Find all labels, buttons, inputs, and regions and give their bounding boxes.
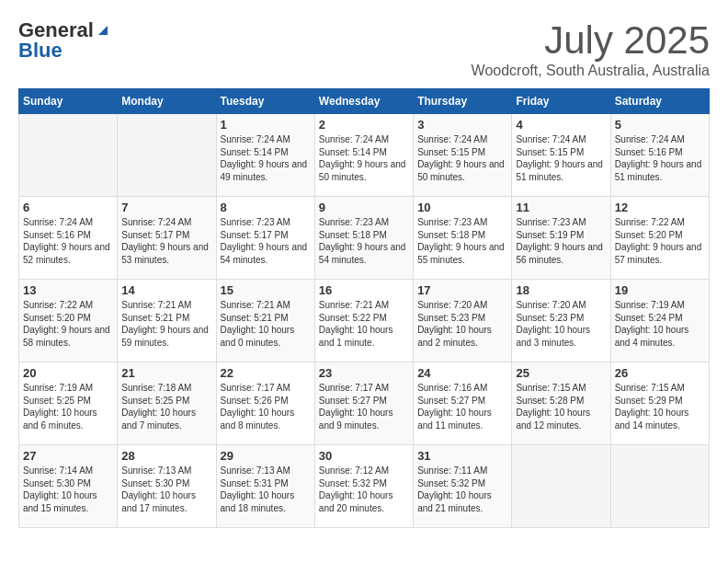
day-info: Sunrise: 7:15 AM Sunset: 5:28 PM Dayligh…: [516, 382, 606, 431]
calendar-cell: 28Sunrise: 7:13 AM Sunset: 5:30 PM Dayli…: [118, 445, 216, 528]
calendar-cell: 17Sunrise: 7:20 AM Sunset: 5:23 PM Dayli…: [414, 280, 512, 362]
calendar-cell: 11Sunrise: 7:23 AM Sunset: 5:19 PM Dayli…: [512, 197, 610, 280]
day-number: 15: [221, 283, 311, 297]
day-header-monday: Monday: [118, 89, 216, 114]
day-info: Sunrise: 7:18 AM Sunset: 5:25 PM Dayligh…: [121, 382, 211, 431]
day-info: Sunrise: 7:19 AM Sunset: 5:25 PM Dayligh…: [23, 382, 113, 431]
day-info: Sunrise: 7:20 AM Sunset: 5:23 PM Dayligh…: [516, 299, 606, 349]
calendar-cell: 20Sunrise: 7:19 AM Sunset: 5:25 PM Dayli…: [19, 362, 118, 445]
calendar-cell: [19, 114, 118, 197]
calendar-header-row: SundayMondayTuesdayWednesdayThursdayFrid…: [19, 89, 710, 114]
day-number: 21: [121, 366, 211, 380]
day-info: Sunrise: 7:20 AM Sunset: 5:23 PM Dayligh…: [417, 299, 507, 349]
calendar-cell: 1Sunrise: 7:24 AM Sunset: 5:14 PM Daylig…: [216, 114, 314, 197]
day-info: Sunrise: 7:11 AM Sunset: 5:32 PM Dayligh…: [417, 465, 507, 514]
day-info: Sunrise: 7:22 AM Sunset: 5:20 PM Dayligh…: [23, 299, 113, 349]
day-info: Sunrise: 7:13 AM Sunset: 5:30 PM Dayligh…: [121, 465, 211, 514]
week-row-4: 20Sunrise: 7:19 AM Sunset: 5:25 PM Dayli…: [19, 362, 710, 445]
calendar-cell: 25Sunrise: 7:15 AM Sunset: 5:28 PM Dayli…: [512, 362, 610, 445]
calendar-cell: 16Sunrise: 7:21 AM Sunset: 5:22 PM Dayli…: [314, 280, 413, 362]
day-info: Sunrise: 7:23 AM Sunset: 5:18 PM Dayligh…: [417, 216, 507, 266]
day-number: 5: [615, 118, 705, 132]
calendar-cell: 21Sunrise: 7:18 AM Sunset: 5:25 PM Dayli…: [118, 362, 216, 445]
day-info: Sunrise: 7:23 AM Sunset: 5:18 PM Dayligh…: [319, 216, 409, 266]
calendar-cell: [512, 445, 610, 528]
day-info: Sunrise: 7:17 AM Sunset: 5:26 PM Dayligh…: [221, 382, 311, 431]
calendar-cell: 19Sunrise: 7:19 AM Sunset: 5:24 PM Dayli…: [610, 280, 709, 362]
day-number: 25: [516, 366, 606, 380]
calendar-cell: 31Sunrise: 7:11 AM Sunset: 5:32 PM Dayli…: [414, 445, 512, 528]
svg-marker-0: [98, 26, 108, 35]
calendar-cell: 27Sunrise: 7:14 AM Sunset: 5:30 PM Dayli…: [19, 445, 118, 528]
week-row-3: 13Sunrise: 7:22 AM Sunset: 5:20 PM Dayli…: [19, 280, 710, 362]
day-number: 20: [23, 366, 113, 380]
day-number: 1: [221, 118, 311, 132]
logo: General Blue: [18, 18, 112, 63]
day-info: Sunrise: 7:21 AM Sunset: 5:21 PM Dayligh…: [221, 299, 311, 349]
calendar-cell: 6Sunrise: 7:24 AM Sunset: 5:16 PM Daylig…: [19, 197, 118, 280]
logo-blue: Blue: [18, 39, 63, 63]
logo-arrow-icon: [95, 22, 111, 39]
day-number: 11: [516, 201, 606, 214]
day-info: Sunrise: 7:24 AM Sunset: 5:16 PM Dayligh…: [615, 133, 705, 183]
day-info: Sunrise: 7:14 AM Sunset: 5:30 PM Dayligh…: [23, 465, 113, 514]
day-info: Sunrise: 7:23 AM Sunset: 5:17 PM Dayligh…: [221, 216, 311, 266]
day-info: Sunrise: 7:13 AM Sunset: 5:31 PM Dayligh…: [221, 465, 311, 514]
day-number: 19: [615, 283, 705, 297]
day-number: 8: [221, 201, 311, 214]
calendar-cell: 23Sunrise: 7:17 AM Sunset: 5:27 PM Dayli…: [314, 362, 413, 445]
calendar-cell: 8Sunrise: 7:23 AM Sunset: 5:17 PM Daylig…: [216, 197, 314, 280]
calendar-cell: 22Sunrise: 7:17 AM Sunset: 5:26 PM Dayli…: [216, 362, 314, 445]
week-row-2: 6Sunrise: 7:24 AM Sunset: 5:16 PM Daylig…: [19, 197, 710, 280]
day-header-wednesday: Wednesday: [314, 89, 413, 114]
calendar-cell: 14Sunrise: 7:21 AM Sunset: 5:21 PM Dayli…: [118, 280, 216, 362]
day-header-tuesday: Tuesday: [216, 89, 314, 114]
week-row-5: 27Sunrise: 7:14 AM Sunset: 5:30 PM Dayli…: [19, 445, 710, 528]
day-number: 13: [23, 283, 113, 297]
calendar-cell: 10Sunrise: 7:23 AM Sunset: 5:18 PM Dayli…: [414, 197, 512, 280]
day-number: 7: [121, 201, 211, 214]
calendar-cell: 7Sunrise: 7:24 AM Sunset: 5:17 PM Daylig…: [118, 197, 216, 280]
day-info: Sunrise: 7:17 AM Sunset: 5:27 PM Dayligh…: [319, 382, 409, 431]
day-number: 27: [23, 449, 113, 463]
calendar-cell: 18Sunrise: 7:20 AM Sunset: 5:23 PM Dayli…: [512, 280, 610, 362]
calendar-cell: [118, 114, 216, 197]
day-number: 22: [221, 366, 311, 380]
day-number: 14: [121, 283, 211, 297]
day-info: Sunrise: 7:24 AM Sunset: 5:14 PM Dayligh…: [319, 133, 409, 183]
location-title: Woodcroft, South Australia, Australia: [472, 63, 710, 79]
calendar-cell: 15Sunrise: 7:21 AM Sunset: 5:21 PM Dayli…: [216, 280, 314, 362]
calendar-cell: 9Sunrise: 7:23 AM Sunset: 5:18 PM Daylig…: [314, 197, 413, 280]
day-header-saturday: Saturday: [610, 89, 709, 114]
day-info: Sunrise: 7:15 AM Sunset: 5:29 PM Dayligh…: [615, 382, 705, 431]
day-info: Sunrise: 7:23 AM Sunset: 5:19 PM Dayligh…: [516, 216, 606, 266]
title-block: July 2025 Woodcroft, South Australia, Au…: [472, 18, 710, 79]
day-header-friday: Friday: [512, 89, 610, 114]
day-info: Sunrise: 7:16 AM Sunset: 5:27 PM Dayligh…: [417, 382, 507, 431]
day-number: 3: [417, 118, 507, 132]
day-number: 29: [221, 449, 311, 463]
day-number: 26: [615, 366, 705, 380]
day-number: 24: [417, 366, 507, 380]
day-number: 2: [319, 118, 409, 132]
day-info: Sunrise: 7:22 AM Sunset: 5:20 PM Dayligh…: [615, 216, 705, 266]
day-info: Sunrise: 7:24 AM Sunset: 5:14 PM Dayligh…: [221, 133, 311, 183]
day-number: 18: [516, 283, 606, 297]
calendar-body: 1Sunrise: 7:24 AM Sunset: 5:14 PM Daylig…: [19, 114, 710, 528]
day-header-sunday: Sunday: [19, 89, 118, 114]
calendar-cell: [610, 445, 709, 528]
month-title: July 2025: [472, 18, 710, 63]
day-number: 12: [615, 201, 705, 214]
calendar-cell: 5Sunrise: 7:24 AM Sunset: 5:16 PM Daylig…: [610, 114, 709, 197]
page-header: General Blue July 2025 Woodcroft, South …: [18, 18, 710, 79]
calendar-cell: 29Sunrise: 7:13 AM Sunset: 5:31 PM Dayli…: [216, 445, 314, 528]
day-number: 17: [417, 283, 507, 297]
day-info: Sunrise: 7:21 AM Sunset: 5:22 PM Dayligh…: [319, 299, 409, 349]
day-number: 16: [319, 283, 409, 297]
week-row-1: 1Sunrise: 7:24 AM Sunset: 5:14 PM Daylig…: [19, 114, 710, 197]
calendar-cell: 2Sunrise: 7:24 AM Sunset: 5:14 PM Daylig…: [314, 114, 413, 197]
calendar-cell: 4Sunrise: 7:24 AM Sunset: 5:15 PM Daylig…: [512, 114, 610, 197]
day-number: 9: [319, 201, 409, 214]
day-number: 6: [23, 201, 113, 214]
day-number: 31: [417, 449, 507, 463]
